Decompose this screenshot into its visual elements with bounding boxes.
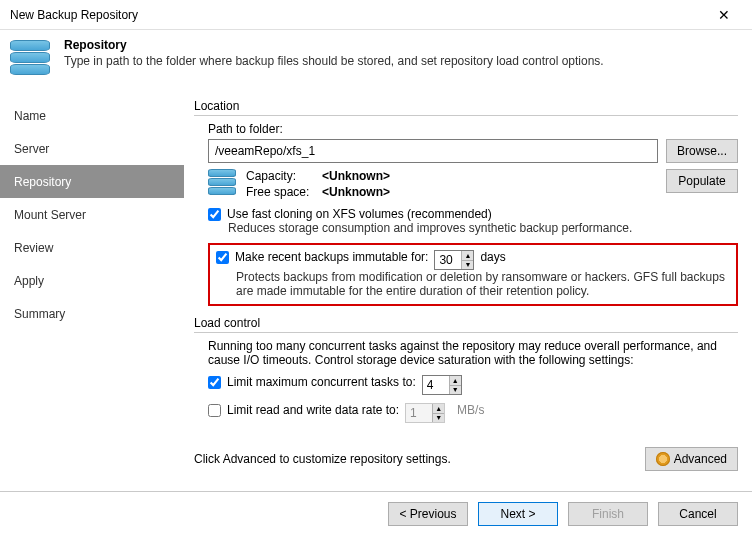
- limit-rate-label: Limit read and write data rate to:: [227, 403, 399, 417]
- sidebar-item-summary[interactable]: Summary: [0, 297, 184, 330]
- storage-icon: [10, 40, 52, 82]
- freespace-value: <Unknown>: [322, 185, 390, 199]
- limit-rate-checkbox[interactable]: [208, 404, 221, 417]
- fast-cloning-desc: Reduces storage consumption and improves…: [228, 221, 738, 235]
- location-group-label: Location: [194, 99, 738, 113]
- advanced-hint: Click Advanced to customize repository s…: [194, 452, 451, 466]
- sidebar-item-apply[interactable]: Apply: [0, 264, 184, 297]
- sidebar-item-repository[interactable]: Repository: [0, 165, 184, 198]
- wizard-steps: Name Server Repository Mount Server Revi…: [0, 93, 184, 494]
- limit-rate-unit: MB/s: [457, 403, 484, 417]
- populate-button[interactable]: Populate: [666, 169, 738, 193]
- fast-cloning-checkbox[interactable]: [208, 208, 221, 221]
- next-button[interactable]: Next >: [478, 502, 558, 526]
- finish-button: Finish: [568, 502, 648, 526]
- immutable-label-pre: Make recent backups immutable for:: [235, 250, 428, 264]
- titlebar: New Backup Repository ✕: [0, 0, 752, 30]
- loadcontrol-group-label: Load control: [194, 316, 738, 330]
- immutable-highlight: Make recent backups immutable for: ▲▼ da…: [208, 243, 738, 306]
- immutable-desc: Protects backups from modification or de…: [236, 270, 730, 298]
- main-panel: Location Path to folder: Browse... Capac…: [184, 93, 752, 494]
- fast-cloning-label: Use fast cloning on XFS volumes (recomme…: [227, 207, 492, 221]
- path-input[interactable]: [208, 139, 658, 163]
- gear-icon: [656, 452, 670, 466]
- previous-button[interactable]: < Previous: [388, 502, 468, 526]
- wizard-footer: < Previous Next > Finish Cancel: [0, 491, 752, 535]
- advanced-button-label: Advanced: [674, 452, 727, 466]
- sidebar-item-mount-server[interactable]: Mount Server: [0, 198, 184, 231]
- page-title: Repository: [64, 38, 604, 52]
- path-label: Path to folder:: [208, 122, 738, 136]
- freespace-label: Free space:: [246, 185, 316, 199]
- limit-tasks-label: Limit maximum concurrent tasks to:: [227, 375, 416, 389]
- limit-rate-spinner: ▲▼: [432, 404, 444, 422]
- immutable-days-spinner[interactable]: ▲▼: [461, 251, 473, 269]
- capacity-value: <Unknown>: [322, 169, 390, 183]
- sidebar-item-name[interactable]: Name: [0, 99, 184, 132]
- advanced-button[interactable]: Advanced: [645, 447, 738, 471]
- browse-button[interactable]: Browse...: [666, 139, 738, 163]
- cancel-button[interactable]: Cancel: [658, 502, 738, 526]
- limit-tasks-spinner[interactable]: ▲▼: [449, 376, 461, 394]
- immutable-label-post: days: [480, 250, 505, 264]
- storage-icon: [208, 169, 238, 199]
- window-title: New Backup Repository: [10, 8, 704, 22]
- limit-tasks-checkbox[interactable]: [208, 376, 221, 389]
- immutable-checkbox[interactable]: [216, 251, 229, 264]
- close-icon[interactable]: ✕: [704, 1, 744, 29]
- capacity-label: Capacity:: [246, 169, 316, 183]
- wizard-header: Repository Type in path to the folder wh…: [0, 30, 752, 93]
- sidebar-item-review[interactable]: Review: [0, 231, 184, 264]
- sidebar-item-server[interactable]: Server: [0, 132, 184, 165]
- loadcontrol-desc: Running too many concurrent tasks agains…: [208, 339, 738, 367]
- page-subtitle: Type in path to the folder where backup …: [64, 54, 604, 68]
